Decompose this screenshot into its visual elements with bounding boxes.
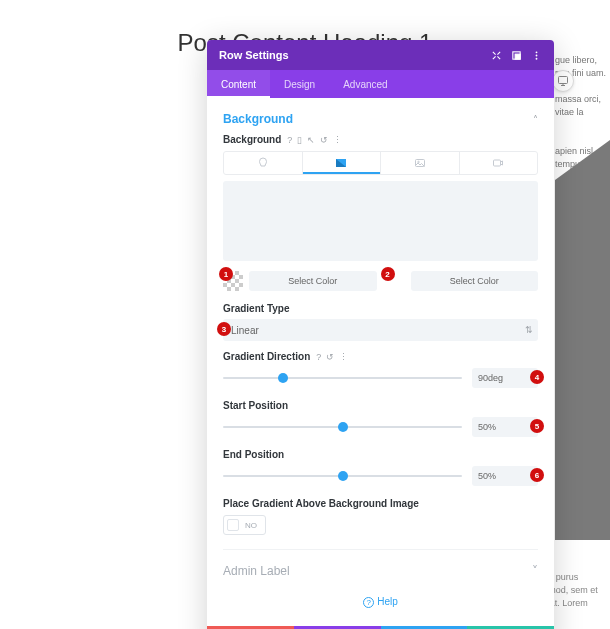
gradient-direction-label: Gradient Direction	[223, 351, 310, 362]
end-position-slider[interactable]	[223, 475, 462, 477]
updown-icon: ⇅	[525, 325, 530, 335]
svg-rect-9	[494, 160, 501, 166]
bg-angled-shape	[555, 180, 610, 540]
select-color-2-button[interactable]: Select Color	[411, 271, 539, 291]
tab-content[interactable]: Content	[207, 70, 270, 98]
bg-tab-color[interactable]	[224, 152, 303, 174]
bg-text-2: massa orci, vitae la	[555, 93, 610, 119]
expand-icon[interactable]	[490, 49, 502, 61]
hover-icon[interactable]: ↖	[307, 135, 315, 145]
kebab-icon[interactable]	[530, 49, 542, 61]
modal-titlebar: Row Settings	[207, 40, 554, 70]
tab-design[interactable]: Design	[270, 70, 329, 98]
end-position-input[interactable]: 50% 6	[472, 466, 538, 486]
annotation-badge-4: 4	[530, 370, 544, 384]
annotation-badge-5: 5	[530, 419, 544, 433]
annotation-badge-6: 6	[530, 468, 544, 482]
gradient-type-select[interactable]: 3 Linear ⇅	[223, 319, 538, 341]
reset-icon[interactable]: ↺	[326, 352, 334, 362]
color-stop-1: 1 Select Color	[223, 271, 377, 291]
end-position-label: End Position	[223, 449, 538, 460]
svg-point-4	[535, 54, 537, 56]
admin-label-section[interactable]: Admin Label ˅	[223, 549, 538, 596]
responsive-icon[interactable]: ▯	[297, 135, 302, 145]
start-position-slider[interactable]	[223, 426, 462, 428]
svg-rect-0	[559, 77, 568, 84]
place-above-label: Place Gradient Above Background Image	[223, 498, 538, 509]
section-title: Background	[223, 112, 293, 126]
gradient-preview	[223, 181, 538, 261]
background-type-tabs	[223, 151, 538, 175]
reset-icon[interactable]: ↺	[320, 135, 328, 145]
gradient-type-value: Linear	[231, 325, 259, 336]
modal-title: Row Settings	[219, 49, 289, 61]
help-icon: ?	[363, 597, 374, 608]
modal-tabs: Content Design Advanced	[207, 70, 554, 98]
row-settings-modal: Row Settings Content Design Advanced Bac…	[207, 40, 554, 629]
svg-point-5	[535, 57, 537, 59]
slider-thumb[interactable]	[338, 422, 348, 432]
help-link[interactable]: ?Help	[223, 596, 538, 616]
gradient-type-label: Gradient Type	[223, 303, 538, 314]
snap-icon[interactable]	[510, 49, 522, 61]
admin-label-text: Admin Label	[223, 564, 290, 578]
help-icon[interactable]: ?	[316, 352, 321, 362]
color-stop-2: 2 Select Color	[385, 271, 539, 291]
floating-settings-button[interactable]	[552, 70, 574, 92]
help-icon[interactable]: ?	[287, 135, 292, 145]
bg-tab-video[interactable]	[460, 152, 538, 174]
annotation-badge-3: 3	[217, 322, 231, 336]
annotation-badge-1: 1	[219, 267, 233, 281]
select-color-1-button[interactable]: Select Color	[249, 271, 377, 291]
kebab-mini-icon[interactable]: ⋮	[333, 135, 342, 145]
tab-advanced[interactable]: Advanced	[329, 70, 401, 98]
background-label: Background	[223, 134, 281, 145]
place-above-toggle[interactable]: NO	[223, 515, 266, 535]
chevron-down-icon: ˅	[532, 564, 538, 578]
kebab-mini-icon[interactable]: ⋮	[339, 352, 348, 362]
gradient-direction-input[interactable]: 90deg 4	[472, 368, 538, 388]
svg-rect-2	[515, 54, 520, 59]
slider-thumb[interactable]	[338, 471, 348, 481]
start-position-label: Start Position	[223, 400, 538, 411]
collapse-icon[interactable]: ˄	[533, 114, 538, 125]
bg-tab-image[interactable]	[381, 152, 460, 174]
slider-thumb[interactable]	[278, 373, 288, 383]
gradient-direction-slider[interactable]	[223, 377, 462, 379]
svg-point-3	[535, 51, 537, 53]
start-position-input[interactable]: 50% 5	[472, 417, 538, 437]
annotation-badge-2: 2	[381, 267, 395, 281]
toggle-knob	[227, 519, 239, 531]
bg-tab-gradient[interactable]	[303, 152, 382, 174]
